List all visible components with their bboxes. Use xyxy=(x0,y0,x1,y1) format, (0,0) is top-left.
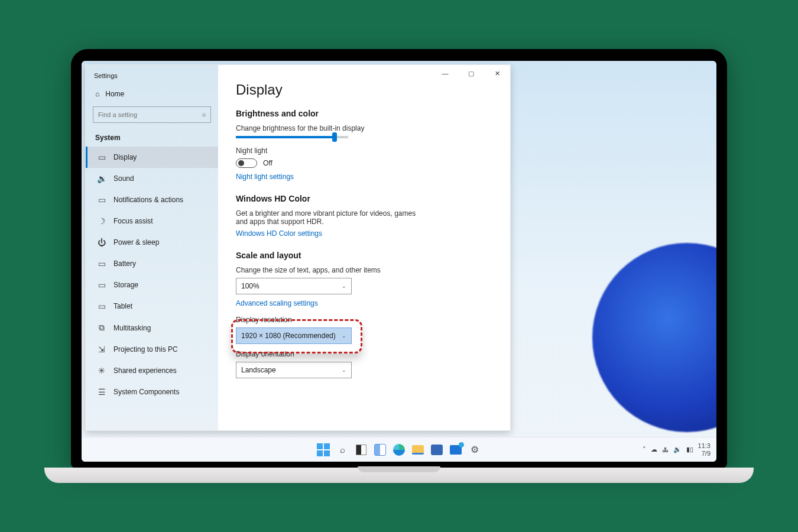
shared-icon: ✳ xyxy=(97,366,106,375)
sidebar-item-display[interactable]: ▭Display xyxy=(86,147,218,168)
settings-content: — ▢ ✕ Display Brightness and color Chang… xyxy=(218,65,510,430)
sidebar-item-label: System Components xyxy=(113,388,179,396)
sidebar-item-label: Notifications & actions xyxy=(113,196,183,204)
taskbar-center: ⌕ ⚙ xyxy=(316,442,482,458)
network-icon[interactable]: 🖧 xyxy=(662,446,669,453)
taskbar-search[interactable]: ⌕ xyxy=(335,442,350,458)
hdcolor-link[interactable]: Windows HD Color settings xyxy=(236,229,322,238)
night-light-label: Night light xyxy=(236,147,492,155)
taskbar-clock[interactable]: 11:3 7/9 xyxy=(698,442,711,456)
sidebar-home[interactable]: ⌂ Home xyxy=(86,85,218,103)
titlebar-controls: — ▢ ✕ xyxy=(432,65,510,82)
maximize-button[interactable]: ▢ xyxy=(458,65,484,82)
scale-heading: Scale and layout xyxy=(236,251,492,260)
orientation-label: Display orientation xyxy=(236,350,492,358)
chevron-down-icon: ⌄ xyxy=(342,283,346,289)
battery-icon: ▭ xyxy=(97,259,106,268)
notification-icon: ▭ xyxy=(97,195,106,205)
settings-sidebar: Settings ⌂ Home ⌕ System ▭Display🔉Sound▭… xyxy=(86,65,218,430)
sidebar-item-shared-experiences[interactable]: ✳Shared experiences xyxy=(86,360,218,381)
orientation-select[interactable]: Landscape ⌄ xyxy=(236,362,352,378)
home-icon: ⌂ xyxy=(95,90,99,98)
sidebar-item-projecting-to-this-pc[interactable]: ⇲Projecting to this PC xyxy=(86,339,218,360)
sidebar-item-label: Battery xyxy=(113,259,136,268)
focus-icon: ☽ xyxy=(97,216,106,226)
sidebar-item-label: Display xyxy=(113,153,137,161)
task-view[interactable] xyxy=(353,442,369,458)
sidebar-item-label: Projecting to this PC xyxy=(113,345,178,353)
sidebar-item-label: Storage xyxy=(113,281,138,289)
resolution-value: 1920 × 1080 (Recommended) xyxy=(241,332,336,340)
night-light-settings-link[interactable]: Night light settings xyxy=(236,173,294,181)
hdcolor-heading: Windows HD Color xyxy=(236,194,492,203)
sidebar-item-tablet[interactable]: ▭Tablet xyxy=(86,296,218,317)
search-icon: ⌕ xyxy=(340,445,345,455)
window-title: Settings xyxy=(86,70,218,85)
sidebar-home-label: Home xyxy=(105,90,124,98)
sidebar-item-label: Shared experiences xyxy=(113,366,177,375)
resolution-select[interactable]: 1920 × 1080 (Recommended) ⌄ xyxy=(236,327,352,344)
taskbar: ⌕ ⚙ ˄ ☁ 🖧 🔉 ▮▯ 11:3 xyxy=(82,437,716,462)
clock-time: 11:3 xyxy=(698,442,711,449)
store-icon xyxy=(431,445,443,455)
taskview-icon xyxy=(356,445,366,455)
chevron-up-icon[interactable]: ˄ xyxy=(643,446,646,453)
sidebar-item-sound[interactable]: 🔉Sound xyxy=(86,168,218,189)
sidebar-item-label: Multitasking xyxy=(113,324,151,332)
volume-icon[interactable]: 🔉 xyxy=(673,446,682,453)
night-light-state: Off xyxy=(263,159,273,167)
brightness-slider[interactable] xyxy=(236,136,348,138)
projecting-icon: ⇲ xyxy=(97,345,106,354)
battery-icon[interactable]: ▮▯ xyxy=(686,446,693,453)
onedrive-icon[interactable]: ☁ xyxy=(651,446,657,453)
sidebar-nav: ▭Display🔉Sound▭Notifications & actions☽F… xyxy=(86,147,218,403)
search-input[interactable] xyxy=(93,106,211,123)
components-icon: ☰ xyxy=(97,387,106,397)
sidebar-category: System xyxy=(86,125,218,147)
sidebar-item-storage[interactable]: ▭Storage xyxy=(86,274,218,296)
settings-window: Settings ⌂ Home ⌕ System ▭Display🔉Sound▭… xyxy=(85,64,511,431)
sidebar-item-label: Focus assist xyxy=(113,217,153,225)
laptop-base xyxy=(44,468,754,483)
edge-icon xyxy=(393,444,405,456)
mail-button[interactable] xyxy=(448,442,463,458)
sidebar-item-system-components[interactable]: ☰System Components xyxy=(86,381,218,403)
mail-icon xyxy=(450,445,462,455)
sidebar-item-battery[interactable]: ▭Battery xyxy=(86,253,218,274)
widgets-button[interactable] xyxy=(372,442,388,458)
sidebar-item-notifications-actions[interactable]: ▭Notifications & actions xyxy=(86,189,218,210)
widgets-icon xyxy=(374,444,386,456)
settings-button[interactable]: ⚙ xyxy=(467,442,482,458)
chevron-down-icon: ⌄ xyxy=(342,367,346,373)
edge-button[interactable] xyxy=(391,442,407,458)
sidebar-item-focus-assist[interactable]: ☽Focus assist xyxy=(86,210,218,232)
resolution-label: Display resolution xyxy=(236,316,492,324)
night-light-toggle[interactable] xyxy=(236,158,257,168)
screen-bezel: Settings ⌂ Home ⌕ System ▭Display🔉Sound▭… xyxy=(71,49,727,469)
close-button[interactable]: ✕ xyxy=(484,65,510,82)
windows-icon xyxy=(317,443,330,456)
sidebar-item-label: Tablet xyxy=(113,302,132,310)
storage-icon: ▭ xyxy=(97,280,106,290)
minimize-button[interactable]: — xyxy=(432,65,458,82)
brightness-heading: Brightness and color xyxy=(236,109,492,118)
sidebar-item-power-sleep[interactable]: ⏻Power & sleep xyxy=(86,232,218,253)
scale-size-label: Change the size of text, apps, and other… xyxy=(236,266,492,274)
scale-size-select[interactable]: 100% ⌄ xyxy=(236,278,352,294)
explorer-button[interactable] xyxy=(410,442,426,458)
start-button[interactable] xyxy=(316,442,331,458)
clock-date: 7/9 xyxy=(698,450,711,457)
orientation-value: Landscape xyxy=(241,366,276,374)
sidebar-item-label: Sound xyxy=(113,174,134,183)
desktop: Settings ⌂ Home ⌕ System ▭Display🔉Sound▭… xyxy=(82,61,716,462)
chevron-down-icon: ⌄ xyxy=(342,333,346,339)
store-button[interactable] xyxy=(429,442,445,458)
folder-icon xyxy=(412,445,424,455)
sidebar-item-multitasking[interactable]: ⧉Multitasking xyxy=(86,317,218,339)
sidebar-item-label: Power & sleep xyxy=(113,238,159,246)
section-hdcolor: Windows HD Color Get a brighter and more… xyxy=(236,194,492,238)
system-tray[interactable]: ˄ ☁ 🖧 🔉 ▮▯ 11:3 7/9 xyxy=(643,442,711,456)
advanced-scaling-link[interactable]: Advanced scaling settings xyxy=(236,299,318,307)
section-brightness: Brightness and color Change brightness f… xyxy=(236,109,492,181)
laptop-mockup: Settings ⌂ Home ⌕ System ▭Display🔉Sound▭… xyxy=(50,49,748,483)
